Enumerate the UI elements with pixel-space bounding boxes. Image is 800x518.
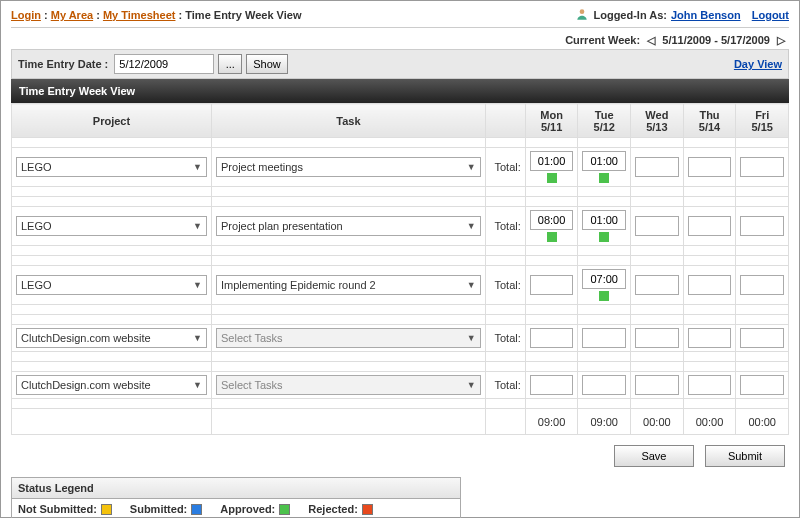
time-input[interactable] — [582, 328, 626, 348]
time-input[interactable] — [635, 216, 679, 236]
col-header-thu: Thu5/14 — [683, 104, 736, 138]
status-legend: Status Legend Not Submitted: Submitted: … — [11, 477, 461, 518]
table-row: ClutchDesign.com website▼Select Tasks▼To… — [12, 325, 789, 352]
task-select[interactable]: Implementing Epidemic round 2▼ — [216, 275, 481, 295]
task-select[interactable]: Project meetings▼ — [216, 157, 481, 177]
legend-not-submitted-label: Not Submitted: — [18, 503, 97, 515]
status-indicator — [599, 232, 609, 242]
time-input[interactable] — [688, 275, 732, 295]
row-total-label: Total: — [485, 266, 525, 305]
time-input[interactable] — [530, 275, 574, 295]
user-name-link[interactable]: John Benson — [671, 9, 741, 21]
project-select[interactable]: LEGO▼ — [16, 216, 207, 236]
legend-not-submitted-swatch — [101, 504, 112, 515]
chevron-down-icon: ▼ — [467, 221, 476, 231]
submit-button[interactable]: Submit — [705, 445, 785, 467]
user-icon — [575, 7, 589, 23]
time-input[interactable] — [635, 157, 679, 177]
chevron-down-icon: ▼ — [467, 162, 476, 172]
day-view-link[interactable]: Day View — [734, 58, 782, 70]
legend-approved-swatch — [279, 504, 290, 515]
date-picker-button[interactable]: ... — [218, 54, 242, 74]
time-input[interactable] — [740, 157, 784, 177]
time-input[interactable] — [688, 157, 732, 177]
time-input[interactable] — [530, 210, 574, 230]
sum-wed: 00:00 — [631, 409, 684, 435]
crumb-current: Time Entry Week View — [185, 9, 301, 21]
time-input[interactable] — [635, 275, 679, 295]
legend-submitted-swatch — [191, 504, 202, 515]
project-select[interactable]: ClutchDesign.com website▼ — [16, 328, 207, 348]
row-total-label: Total: — [485, 325, 525, 352]
sum-tue: 09:00 — [578, 409, 631, 435]
table-row: ClutchDesign.com website▼Select Tasks▼To… — [12, 372, 789, 399]
legend-rejected-label: Rejected: — [308, 503, 358, 515]
timesheet-grid: Project Task Mon5/11 Tue5/12 Wed5/13 Thu… — [11, 103, 789, 435]
status-indicator — [547, 173, 557, 183]
chevron-down-icon: ▼ — [193, 221, 202, 231]
page-title: Time Entry Week View — [11, 79, 789, 103]
project-select[interactable]: LEGO▼ — [16, 275, 207, 295]
next-week-arrow[interactable]: ▷ — [773, 34, 789, 46]
legend-rejected-swatch — [362, 504, 373, 515]
time-input[interactable] — [740, 375, 784, 395]
show-button[interactable]: Show — [246, 54, 288, 74]
breadcrumb: Login : My Area : My Timesheet : Time En… — [11, 9, 301, 21]
crumb-login[interactable]: Login — [11, 9, 41, 21]
table-row: LEGO▼Project plan presentation▼Total: — [12, 207, 789, 246]
col-header-blank — [485, 104, 525, 138]
svg-point-0 — [580, 9, 585, 14]
time-input[interactable] — [688, 216, 732, 236]
time-input[interactable] — [740, 275, 784, 295]
task-select[interactable]: Select Tasks▼ — [216, 375, 481, 395]
time-input[interactable] — [635, 375, 679, 395]
time-input[interactable] — [635, 328, 679, 348]
time-entry-date-input[interactable] — [114, 54, 214, 74]
chevron-down-icon: ▼ — [467, 333, 476, 343]
time-input[interactable] — [582, 375, 626, 395]
time-input[interactable] — [582, 210, 626, 230]
time-input[interactable] — [582, 269, 626, 289]
table-row: LEGO▼Project meetings▼Total: — [12, 148, 789, 187]
time-input[interactable] — [688, 375, 732, 395]
time-input[interactable] — [582, 151, 626, 171]
row-total-label: Total: — [485, 148, 525, 187]
user-box: Logged-In As: John Benson Logout — [575, 7, 789, 23]
legend-title: Status Legend — [12, 478, 460, 499]
logout-link[interactable]: Logout — [752, 9, 789, 21]
row-total-label: Total: — [485, 372, 525, 399]
col-header-fri: Fri5/15 — [736, 104, 789, 138]
current-week-bar: Current Week: ◁ 5/11/2009 - 5/17/2009 ▷ — [11, 28, 789, 49]
col-header-tue: Tue5/12 — [578, 104, 631, 138]
status-indicator — [599, 173, 609, 183]
col-header-mon: Mon5/11 — [525, 104, 578, 138]
current-week-label: Current Week: — [565, 34, 640, 46]
current-week-range: 5/11/2009 - 5/17/2009 — [662, 34, 770, 46]
row-total-label: Total: — [485, 207, 525, 246]
task-select[interactable]: Select Tasks▼ — [216, 328, 481, 348]
time-input[interactable] — [530, 328, 574, 348]
col-header-project: Project — [12, 104, 212, 138]
time-entry-date-label: Time Entry Date : — [18, 58, 108, 70]
col-header-wed: Wed5/13 — [631, 104, 684, 138]
prev-week-arrow[interactable]: ◁ — [643, 34, 659, 46]
time-input[interactable] — [530, 375, 574, 395]
chevron-down-icon: ▼ — [467, 380, 476, 390]
legend-submitted-label: Submitted: — [130, 503, 187, 515]
task-select[interactable]: Project plan presentation▼ — [216, 216, 481, 236]
sum-mon: 09:00 — [525, 409, 578, 435]
sum-thu: 00:00 — [683, 409, 736, 435]
time-input[interactable] — [740, 216, 784, 236]
time-input[interactable] — [530, 151, 574, 171]
time-input[interactable] — [688, 328, 732, 348]
project-select[interactable]: LEGO▼ — [16, 157, 207, 177]
chevron-down-icon: ▼ — [193, 380, 202, 390]
save-button[interactable]: Save — [614, 445, 694, 467]
crumb-my-timesheet[interactable]: My Timesheet — [103, 9, 176, 21]
time-input[interactable] — [740, 328, 784, 348]
col-header-task: Task — [212, 104, 486, 138]
chevron-down-icon: ▼ — [193, 333, 202, 343]
project-select[interactable]: ClutchDesign.com website▼ — [16, 375, 207, 395]
crumb-my-area[interactable]: My Area — [51, 9, 93, 21]
chevron-down-icon: ▼ — [467, 280, 476, 290]
